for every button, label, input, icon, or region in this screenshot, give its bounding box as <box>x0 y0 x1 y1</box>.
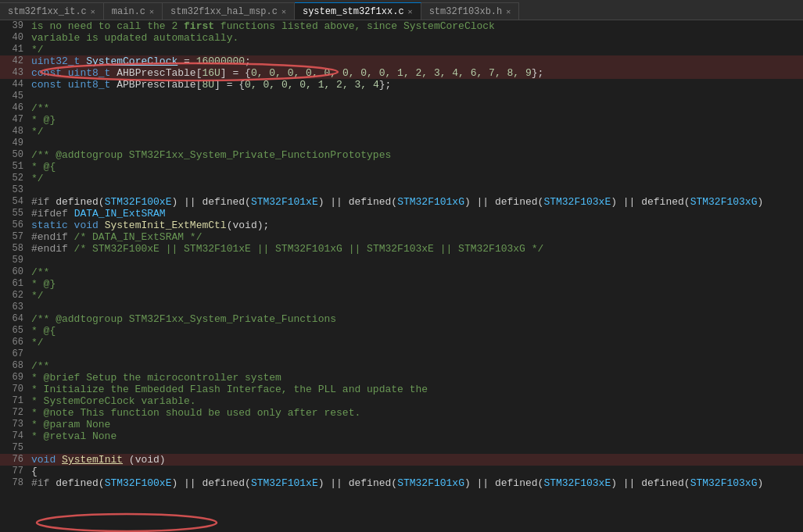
code-line-55: 55 #ifdef DATA_IN_ExtSRAM <box>0 208 803 220</box>
code-line-40: 40 variable is updated automatically. <box>0 32 803 44</box>
code-line-70: 70 * Initialize the Embedded Flash Inter… <box>0 384 803 395</box>
tab-label: stm32f103xb.h <box>429 6 503 17</box>
editor-container: stm32f1xx_it.c ✕ main.c ✕ stm32f1xx_hal_… <box>0 0 803 532</box>
code-line-45: 45 <box>0 91 803 102</box>
tab-label: main.c <box>112 6 145 17</box>
code-line-42: 42 uint32_t SystemCoreClock = 16000000; <box>0 55 803 67</box>
code-line-51: 51 * @{ <box>0 161 803 173</box>
tab-close-icon[interactable]: ✕ <box>281 7 286 16</box>
code-scroll-area[interactable]: 39 is no need to call the 2 first functi… <box>0 20 803 532</box>
code-line-41: 41 */ <box>0 44 803 55</box>
code-line-67: 67 <box>0 348 803 360</box>
code-line-48: 48 */ <box>0 126 803 137</box>
code-line-74: 74 * @retval None <box>0 430 803 442</box>
tab-label: system_stm32f1xx.c <box>303 6 404 17</box>
tab-close-icon[interactable]: ✕ <box>506 7 511 16</box>
tab-label: stm32f1xx_it.c <box>8 6 87 17</box>
code-line-72: 72 * @note This function should be used … <box>0 407 803 419</box>
code-line-47: 47 * @} <box>0 114 803 126</box>
code-line-43: 43 const uint8_t AHBPrescTable[16U] = {0… <box>0 67 803 79</box>
tab-stm32f1xx-hal-msp[interactable]: stm32f1xx_hal_msp.c ✕ <box>163 2 295 20</box>
tab-main-c[interactable]: main.c ✕ <box>104 2 163 20</box>
code-line-52: 52 */ <box>0 173 803 184</box>
code-line-65: 65 * @{ <box>0 325 803 337</box>
code-line-77: 77 { <box>0 466 803 477</box>
code-line-61: 61 * @} <box>0 278 803 290</box>
code-line-69: 69 * @brief Setup the microcontroller sy… <box>0 372 803 384</box>
tab-bar: stm32f1xx_it.c ✕ main.c ✕ stm32f1xx_hal_… <box>0 0 803 20</box>
code-lines: 39 is no need to call the 2 first functi… <box>0 20 803 489</box>
tab-close-icon[interactable]: ✕ <box>91 7 95 16</box>
code-line-73: 73 * @param None <box>0 419 803 430</box>
tab-close-icon[interactable]: ✕ <box>149 7 154 16</box>
code-line-39: 39 is no need to call the 2 first functi… <box>0 20 803 32</box>
code-line-64: 64 /** @addtogroup STM32F1xx_System_Priv… <box>0 313 803 325</box>
code-line-53: 53 <box>0 184 803 196</box>
code-line-54: 54 #if defined(STM32F100xE) || defined(S… <box>0 196 803 208</box>
code-line-44: 44 const uint8_t APBPrescTable[8U] = {0,… <box>0 79 803 91</box>
tab-stm32f1xx-it[interactable]: stm32f1xx_it.c ✕ <box>0 2 104 20</box>
code-line-66: 66 */ <box>0 337 803 348</box>
code-line-60: 60 /** <box>0 266 803 278</box>
code-line-49: 49 <box>0 137 803 149</box>
code-line-46: 46 /** <box>0 102 803 114</box>
tab-label: stm32f1xx_hal_msp.c <box>170 6 278 17</box>
tab-close-icon[interactable]: ✕ <box>408 7 413 16</box>
code-line-78: 78 #if defined(STM32F100xE) || defined(S… <box>0 477 803 489</box>
code-line-62: 62 */ <box>0 290 803 302</box>
code-line-75: 75 <box>0 442 803 454</box>
code-line-57: 57 #endif /* DATA_IN_ExtSRAM */ <box>0 231 803 243</box>
code-line-58: 58 #endif /* STM32F100xE || STM32F101xE … <box>0 243 803 255</box>
code-line-63: 63 <box>0 302 803 313</box>
code-line-50: 50 /** @addtogroup STM32F1xx_System_Priv… <box>0 149 803 161</box>
code-editor[interactable]: 39 is no need to call the 2 first functi… <box>0 20 803 532</box>
code-line-59: 59 <box>0 255 803 266</box>
tab-system-stm32f1xx[interactable]: system_stm32f1xx.c ✕ <box>295 2 421 20</box>
code-line-56: 56 static void SystemInit_ExtMemCtl(void… <box>0 220 803 231</box>
code-line-76: 76 void SystemInit (void) <box>0 454 803 466</box>
code-line-68: 68 /** <box>0 360 803 372</box>
code-line-71: 71 * SystemCoreClock variable. <box>0 395 803 407</box>
tab-stm32f103xb-h[interactable]: stm32f103xb.h ✕ <box>421 2 520 20</box>
